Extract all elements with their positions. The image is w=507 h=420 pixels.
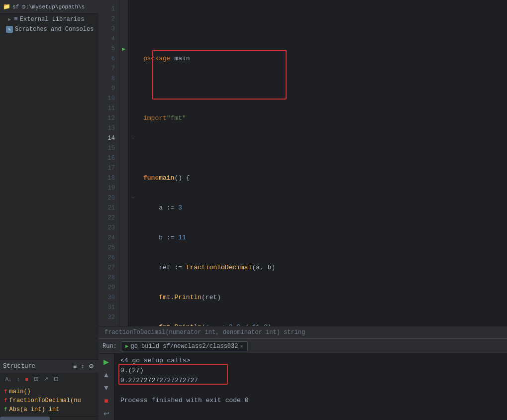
status-bar: fractionToDecimal(numerator int, denomin… (99, 326, 507, 338)
linenum-15: 15 (99, 143, 119, 153)
run-btn-row-8 (119, 74, 128, 84)
run-btn-row-28 (119, 273, 128, 283)
sidebar-header: 📁 sf D:\mysetup\gopath\s (0, 0, 99, 14)
run-btn-row-18 (119, 173, 128, 183)
run-btn-row-21 (119, 203, 128, 213)
linenum-14: 14 (99, 133, 119, 143)
run-btn-row-15 (119, 143, 128, 153)
run-btn-row-6 (119, 54, 128, 64)
code-line-4 (143, 143, 507, 153)
run-green-icon[interactable]: ▶ (122, 45, 125, 53)
linenum-19: 19 (99, 183, 119, 193)
code-line-8: ret := fractionToDecimal(a, b) (143, 263, 507, 273)
run-btn-row-2 (119, 14, 128, 24)
external-libraries-label: External Libraries (20, 16, 85, 23)
run-wrap-btn[interactable]: ↩ (101, 409, 112, 419)
linenum-28: 28 (99, 273, 119, 283)
linenum-32: 32 (99, 313, 119, 322)
run-output-line1: 0.(27) (120, 366, 501, 376)
run-btn-row-17 (119, 163, 128, 173)
run-stop-btn[interactable]: ■ (101, 396, 112, 406)
run-btn-row-14 (119, 133, 128, 143)
run-btn-row-23 (119, 223, 128, 233)
fold-icon-14[interactable]: − (131, 136, 134, 141)
library-icon: ≡ (14, 15, 18, 23)
run-btn-row-29 (119, 283, 128, 293)
func-icon-1: f (4, 389, 7, 395)
structure-toolbar: ≡ ↕ ⚙ (72, 362, 96, 371)
structure-btn-settings[interactable]: ⚙ (87, 362, 96, 371)
linenum-13: 13 (99, 123, 119, 133)
linenum-20: 20 (99, 193, 119, 203)
linenum-9: 9 (99, 84, 119, 94)
linenum-11: 11 (99, 104, 119, 113)
sort-expand-btn[interactable]: ■ (23, 375, 30, 383)
run-setup-text: <4 go setup calls> (120, 356, 190, 366)
linenum-17: 17 (99, 163, 119, 173)
struct-main-label: main() (9, 388, 31, 395)
struct-item-abs[interactable]: f Abs(a int) int (0, 405, 99, 414)
run-tab-close[interactable]: ✕ (240, 343, 243, 349)
code-area: 1 2 3 4 5 6 7 8 9 10 11 12 13 14 15 16 1 (99, 0, 507, 420)
sidebar-item-external-libraries[interactable]: ▶ ≡ External Libraries (0, 14, 99, 24)
linenum-6: 6 (99, 54, 119, 64)
code-line-2 (143, 84, 507, 94)
linenum-12: 12 (99, 113, 119, 123)
fold-gutter: − − (128, 0, 137, 326)
code-line-5: func main() { (143, 173, 507, 183)
run-btn-row-24 (119, 233, 128, 243)
struct-item-fractiontodecimal[interactable]: f fractionToDecimal(nu (0, 396, 99, 405)
run-btn-row-20 (119, 193, 128, 203)
run-tab[interactable]: ▶ go build sf/newclass2/class032 ✕ (121, 341, 248, 351)
run-btn-row-13 (119, 123, 128, 133)
linenum-23: 23 (99, 223, 119, 233)
sidebar-scrollbar-thumb (0, 417, 50, 420)
run-btn-row-5[interactable]: ▶ (119, 44, 128, 54)
linenum-8: 8 (99, 74, 119, 84)
linenum-16: 16 (99, 153, 119, 163)
line-numbers: 1 2 3 4 5 6 7 8 9 10 11 12 13 14 15 16 1 (99, 0, 119, 326)
run-play-btn[interactable]: ▶ (101, 357, 112, 367)
run-btn-row-16 (119, 153, 128, 163)
sort-extra-btn[interactable]: ⊡ (52, 375, 60, 383)
scratches-label: Scratches and Consoles (15, 26, 94, 33)
fold-icon-20[interactable]: − (131, 196, 134, 201)
struct-item-main[interactable]: f main() (0, 387, 99, 396)
run-btn-row-1 (119, 4, 128, 14)
code-line-10: fmt.Println( a...: 3.0 / 11.0) (143, 322, 507, 326)
structure-btn-list[interactable]: ≡ (72, 362, 78, 371)
sidebar-scrollbar[interactable] (0, 416, 99, 420)
editor-wrapper: 1 2 3 4 5 6 7 8 9 10 11 12 13 14 15 16 1 (99, 0, 507, 326)
run-btn-row-9 (119, 84, 128, 94)
sort-toolbar: A↓ ↕ ■ ⊞ ↗ ⊡ (0, 373, 99, 385)
structure-header: Structure ≡ ↕ ⚙ (0, 360, 99, 373)
linenum-27: 27 (99, 263, 119, 273)
run-btn-row-27 (119, 263, 128, 273)
sidebar-item-scratches[interactable]: ✎ Scratches and Consoles (0, 24, 99, 34)
run-down-btn[interactable]: ▼ (101, 383, 112, 393)
scrollbar-area[interactable]: 1 2 3 4 5 6 7 8 9 10 11 12 13 14 15 16 1 (99, 0, 507, 326)
run-tab-icon: ▶ (125, 343, 129, 349)
sort-alpha-btn[interactable]: A↓ (3, 375, 13, 383)
structure-btn-sort[interactable]: ↕ (80, 362, 86, 371)
sort-link-btn[interactable]: ↗ (42, 375, 50, 383)
linenum-22: 22 (99, 213, 119, 223)
linenum-18: 18 (99, 173, 119, 183)
run-btn-row-12 (119, 113, 128, 123)
run-exit-line: Process finished with exit code 0 (120, 396, 501, 406)
linenum-10: 10 (99, 94, 119, 104)
arrow-icon: ▶ (8, 16, 11, 22)
run-up-btn[interactable]: ▲ (101, 370, 112, 380)
linenum-1: 1 (99, 4, 119, 14)
sort-scroll-btn[interactable]: ⊞ (32, 375, 40, 383)
code-line-1: package main (143, 54, 507, 64)
linenum-30: 30 (99, 293, 119, 303)
code-content[interactable]: package main import "fmt" func main() { … (137, 0, 507, 326)
run-gutter: ▶ (119, 0, 128, 326)
structure-panel: Structure ≡ ↕ ⚙ A↓ ↕ ■ ⊞ ↗ ⊡ f main() (0, 359, 99, 416)
func-icon-2: f (4, 398, 7, 404)
run-btn-row-4 (119, 34, 128, 44)
linenum-24: 24 (99, 233, 119, 243)
linenum-29: 29 (99, 283, 119, 293)
sort-order-btn[interactable]: ↕ (15, 375, 22, 383)
